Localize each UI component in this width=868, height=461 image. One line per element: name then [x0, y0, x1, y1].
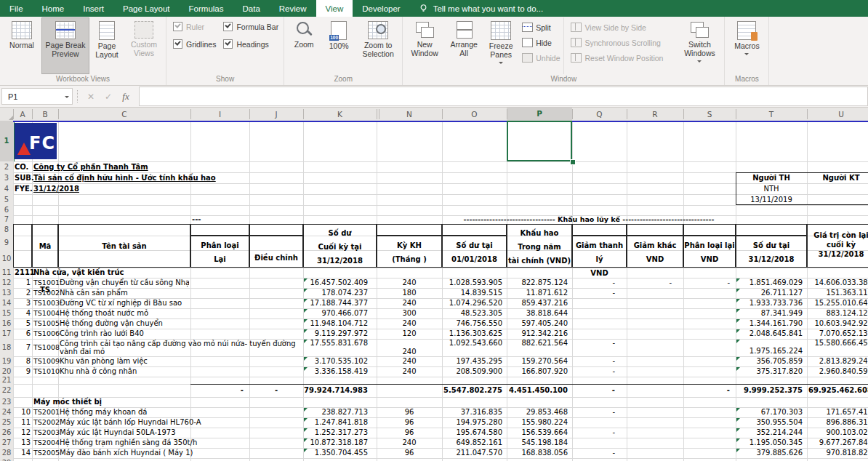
column-header-B[interactable]: B: [32, 108, 58, 121]
header-phan-loai[interactable]: Phân loại Lại: [190, 236, 249, 268]
cell-O25[interactable]: 194.975.280: [442, 417, 502, 428]
cell-N15[interactable]: 300: [377, 308, 442, 318]
cell-K14[interactable]: 17.188.744.377: [303, 298, 368, 308]
cell-Q24[interactable]: -: [572, 407, 615, 417]
cell-C15[interactable]: Hệ thống thoát nước mỏ: [60, 308, 302, 318]
cell-N20[interactable]: 240: [377, 366, 442, 377]
column-header-Q[interactable]: Q: [572, 108, 627, 121]
header-gia-tri-con-lai[interactable]: Giá trị còn lại cuối kỳ 31/12/2018: [807, 224, 868, 268]
cell-C14[interactable]: Đường VC từ xí nghiệp đi Bàu sao: [60, 298, 302, 308]
header-phan-loai-lai[interactable]: Phân loại lại VND: [683, 236, 736, 268]
cell-A19[interactable]: 8: [13, 356, 31, 366]
tab-insert[interactable]: Insert: [73, 0, 113, 17]
zoom-100-button[interactable]: 100 100%: [321, 17, 356, 74]
column-header-K[interactable]: K: [303, 108, 377, 121]
cell-B15[interactable]: TS1004: [33, 308, 60, 318]
cell-U19[interactable]: 2.813.829.243: [807, 356, 868, 366]
row-header-10[interactable]: 10: [0, 250, 14, 268]
cell-C26[interactable]: Máy xúc lật Huyndai 50LA-1973: [60, 428, 302, 438]
cell-C16[interactable]: Hệ thống đường vận chuyển: [60, 318, 302, 329]
cell-N28[interactable]: 96: [377, 448, 442, 458]
cell-K25[interactable]: 1.247.841.818: [303, 417, 368, 428]
tab-file[interactable]: File: [0, 0, 33, 17]
insert-function-icon[interactable]: fx: [117, 91, 134, 103]
tell-me-box[interactable]: Tell me what you want to do...: [410, 0, 552, 17]
cell-U14[interactable]: 15.255.010.641: [807, 298, 868, 308]
cell-B19[interactable]: TS1009: [33, 356, 60, 366]
cell-O22[interactable]: 5.547.802.275: [442, 384, 502, 397]
header-T-top[interactable]: [736, 224, 807, 236]
section-row-1-title[interactable]: Nhà cửa, vật kiến trúc: [33, 268, 252, 278]
tab-home[interactable]: Home: [33, 0, 74, 17]
header-S-top[interactable]: [683, 224, 736, 236]
cell-T26[interactable]: 352.214.244: [736, 428, 803, 438]
cell-A16[interactable]: 5: [13, 318, 31, 329]
column-header-S[interactable]: S: [683, 108, 736, 121]
row-header-8[interactable]: 8: [0, 224, 14, 236]
column-header-I[interactable]: I: [190, 108, 249, 121]
cell-O15[interactable]: 48.523.305: [442, 308, 502, 318]
row-header-18[interactable]: 18: [0, 339, 14, 357]
cell-P25[interactable]: 155.980.224: [507, 417, 568, 428]
page-break-preview-button[interactable]: Page Break Preview: [41, 17, 89, 74]
cell-K26[interactable]: 1.252.317.273: [303, 428, 368, 438]
cell-U26[interactable]: 900.103.029: [807, 428, 868, 438]
cell-A26[interactable]: 12: [13, 428, 31, 438]
cell-B12[interactable]: TS1001: [33, 278, 60, 288]
cell-C27[interactable]: Hệ thống trạm nghiền sàng đá 350t/h: [60, 438, 302, 448]
row-header-11[interactable]: 11: [0, 268, 14, 278]
cell-A14[interactable]: 3: [13, 298, 31, 308]
cell-U24[interactable]: 171.657.416: [807, 407, 868, 417]
cell-B24[interactable]: TS2001: [33, 407, 60, 417]
cell-K16[interactable]: 11.948.104.712: [303, 318, 368, 329]
cell-T28[interactable]: 379.885.626: [736, 448, 803, 458]
cell-S12[interactable]: -: [683, 278, 730, 288]
tab-review[interactable]: Review: [270, 0, 316, 17]
cell-T27[interactable]: 1.195.050.345: [736, 438, 803, 448]
cell-O26[interactable]: 195.674.580: [442, 428, 502, 438]
cell-A13[interactable]: 2: [13, 288, 31, 298]
zoom-button[interactable]: Zoom: [286, 17, 321, 74]
cell-N12[interactable]: 240: [377, 278, 442, 288]
cell-Q22[interactable]: -: [572, 384, 615, 397]
row-header-12[interactable]: 12: [0, 278, 14, 289]
cell-O28[interactable]: 211.047.570: [442, 448, 502, 458]
cell-N25[interactable]: 96: [377, 417, 442, 428]
cell-O19[interactable]: 197.435.295: [442, 356, 502, 366]
cell-T22[interactable]: 9.999.252.375: [736, 384, 803, 397]
cell-A27[interactable]: 13: [13, 438, 31, 448]
cell-A24[interactable]: 10: [13, 407, 31, 417]
cell-A20[interactable]: 9: [13, 366, 31, 377]
header-dieu-chinh[interactable]: Điều chỉnh: [249, 236, 303, 268]
tab-developer[interactable]: Developer: [353, 0, 409, 17]
cell-O14[interactable]: 1.074.296.520: [442, 298, 502, 308]
cell-U22[interactable]: 69.925.462.608: [807, 384, 868, 397]
cell-P28[interactable]: 168.838.056: [507, 448, 568, 458]
header-so-du-dau[interactable]: Số dư tại 01/01/2018: [442, 236, 507, 268]
cell-P16[interactable]: 597.405.240: [507, 318, 568, 329]
cell-T14[interactable]: 1.933.733.736: [736, 298, 803, 308]
row-header-6[interactable]: 6: [0, 205, 14, 216]
row-header-1[interactable]: 1: [0, 121, 15, 162]
cell-U15[interactable]: 883.124.128: [807, 308, 868, 318]
cell-N18[interactable]: 240: [377, 339, 442, 356]
column-header-U[interactable]: U: [807, 108, 868, 121]
cell-C28[interactable]: Máy đào bánh xích Huyndai ( Máy 1): [60, 448, 302, 458]
column-header-J[interactable]: J: [249, 108, 303, 121]
cell-K12[interactable]: 16.457.502.409: [303, 278, 368, 288]
cell-C24[interactable]: Hệ thống máy khoan đá: [60, 407, 302, 417]
cell-A15[interactable]: 4: [13, 308, 31, 318]
cell-N24[interactable]: 96: [377, 407, 442, 417]
cell-O18[interactable]: 1.092.543.660: [442, 339, 502, 356]
cell-Q19[interactable]: -: [572, 356, 615, 366]
row-header-15[interactable]: 15: [0, 308, 14, 319]
section-row-2-title[interactable]: Máy móc thiết bị: [33, 397, 252, 407]
cell-C19[interactable]: Khu văn phòng làm việc: [60, 356, 302, 366]
header-ten-tai-san[interactable]: Tên tài sản: [58, 224, 190, 268]
cell-O13[interactable]: 14.839.515: [442, 288, 502, 298]
cell-A12[interactable]: 1: [13, 278, 31, 288]
header-so-du-cuoi[interactable]: Số dư tại 31/12/2018: [736, 236, 807, 268]
cell-A17[interactable]: 6: [13, 329, 31, 339]
cell-T25[interactable]: 350.955.504: [736, 417, 803, 428]
freeze-panes-button[interactable]: Freeze Panes: [483, 17, 518, 74]
